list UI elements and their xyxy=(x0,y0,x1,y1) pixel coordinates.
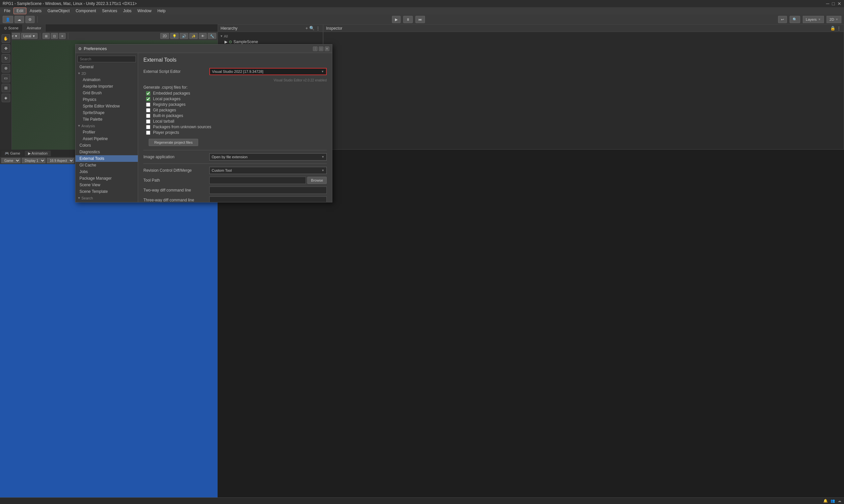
custom-tool[interactable]: ◈ xyxy=(2,94,10,102)
pause-button[interactable]: ⏸ xyxy=(403,16,413,23)
unknown-checkbox[interactable] xyxy=(146,125,150,129)
settings-button[interactable]: ⚙ xyxy=(25,16,35,23)
nav-analysis-section[interactable]: ▾ Analysis xyxy=(75,123,138,129)
search-button[interactable]: 🔍 xyxy=(790,16,800,23)
nav-diagnostics[interactable]: Diagnostics xyxy=(75,149,138,155)
player-checkbox[interactable] xyxy=(146,130,150,135)
layers-toggle[interactable]: ≡ xyxy=(59,33,66,39)
three-way-input[interactable] xyxy=(209,196,327,202)
nav-jobs[interactable]: Jobs xyxy=(75,168,138,175)
tab-animator[interactable]: Animator xyxy=(23,24,46,32)
menu-component[interactable]: Component xyxy=(73,8,98,14)
all-filter-label[interactable]: All xyxy=(224,34,228,38)
hierarchy-search-button[interactable]: 🔍 xyxy=(309,26,315,31)
inspector-more-button[interactable]: ⋮ xyxy=(837,26,841,31)
2d-mode-button[interactable]: 2D xyxy=(160,33,169,39)
hierarchy-more-button[interactable]: ⋮ xyxy=(316,26,320,31)
tab-game[interactable]: 🎮 Game xyxy=(1,151,23,156)
step-button[interactable]: ⏭ xyxy=(415,16,425,23)
minimize-button[interactable]: ─ xyxy=(826,1,829,6)
nav-general[interactable]: General xyxy=(75,64,138,70)
two-way-input[interactable] xyxy=(209,186,327,194)
lighting-button[interactable]: 💡 xyxy=(170,33,179,39)
revision-value: Custom Tool xyxy=(212,168,232,173)
hand-tool[interactable]: ✋ xyxy=(2,34,10,43)
pref-maximize-button[interactable]: □ xyxy=(319,47,323,51)
nav-physics[interactable]: Physics xyxy=(75,96,138,103)
collab-icon[interactable]: 👥 xyxy=(830,499,835,503)
layers-dropdown[interactable]: Layers ▼ xyxy=(803,16,824,23)
menu-edit[interactable]: Edit xyxy=(14,7,26,14)
local-global-dropdown[interactable]: Local ▼ xyxy=(21,33,38,39)
registry-checkbox[interactable] xyxy=(146,103,150,107)
grid-snap-button[interactable]: ⊞ xyxy=(42,33,50,39)
nav-animation[interactable]: Animation xyxy=(75,76,138,83)
transform-tool[interactable]: ⊞ xyxy=(2,84,10,92)
regenerate-button[interactable]: Regenerate project files xyxy=(149,139,198,146)
git-checkbox[interactable] xyxy=(146,108,150,112)
revision-dropdown[interactable]: Custom Tool ▼ xyxy=(209,167,327,174)
nav-spriteshape[interactable]: SpriteShape xyxy=(75,109,138,116)
play-button[interactable]: ▶ xyxy=(392,16,400,23)
nav-tile-palette[interactable]: Tile Palette xyxy=(75,116,138,123)
nav-colors[interactable]: Colors xyxy=(75,142,138,149)
hidden-objects-button[interactable]: 👁 xyxy=(199,33,207,39)
view-options-button[interactable]: ⊡ xyxy=(51,33,58,39)
inspector-lock-button[interactable]: 🔒 xyxy=(830,26,836,31)
preferences-search-input[interactable] xyxy=(77,56,136,62)
nav-scene-view[interactable]: Scene View xyxy=(75,182,138,188)
menu-help[interactable]: Help xyxy=(155,8,168,14)
nav-gi-cache[interactable]: GI Cache xyxy=(75,162,138,168)
notification-icon[interactable]: 🔔 xyxy=(823,499,828,503)
gizmos-button[interactable]: 🔧 xyxy=(208,33,216,39)
display-select[interactable]: Display 1 xyxy=(22,158,46,163)
tab-animation[interactable]: ▶ Animation xyxy=(25,151,51,156)
audio-button[interactable]: 🔊 xyxy=(180,33,188,39)
menu-window[interactable]: Window xyxy=(135,8,154,14)
nav-search-section[interactable]: ▾ Search xyxy=(75,195,138,201)
menu-services[interactable]: Services xyxy=(99,8,120,14)
game-display-select[interactable]: Game xyxy=(1,158,20,163)
nav-scene-template[interactable]: Scene Template xyxy=(75,188,138,195)
move-tool[interactable]: ✥ xyxy=(2,44,10,53)
scale-tool[interactable]: ⊕ xyxy=(2,64,10,73)
maximize-button[interactable]: □ xyxy=(832,1,835,6)
menu-file[interactable]: File xyxy=(1,8,13,14)
layers-label: Layers xyxy=(806,17,816,21)
nav-asset-pipeline[interactable]: Asset Pipeline xyxy=(75,136,138,142)
aspect-select[interactable]: 16:9 Aspect xyxy=(47,158,74,163)
nav-profiler[interactable]: Profiler xyxy=(75,129,138,136)
tool-path-input[interactable] xyxy=(209,177,306,184)
cloud-status-icon[interactable]: ☁ xyxy=(838,499,841,503)
nav-aseprite[interactable]: Aseprite Importer xyxy=(75,83,138,90)
embedded-checkbox[interactable] xyxy=(146,91,150,95)
effects-button[interactable]: ✨ xyxy=(189,33,198,39)
nav-indexing[interactable]: Indexing xyxy=(75,201,138,202)
tarball-checkbox[interactable] xyxy=(146,119,150,124)
image-app-dropdown[interactable]: Open by file extension ▼ xyxy=(209,153,327,161)
layout-dropdown[interactable]: 2D ▼ xyxy=(827,16,841,23)
nav-sprite-editor[interactable]: Sprite Editor Window xyxy=(75,103,138,109)
pref-close-button[interactable]: ✕ xyxy=(325,47,329,51)
tab-scene[interactable]: ⊙ Scene xyxy=(0,24,23,32)
browse-button[interactable]: Browse xyxy=(307,177,327,184)
nav-grid-brush[interactable]: Grid Brush xyxy=(75,90,138,96)
nav-external-tools[interactable]: External Tools xyxy=(75,155,138,162)
hierarchy-add-button[interactable]: + xyxy=(305,26,308,31)
undo-history-button[interactable]: ↩ xyxy=(778,16,787,23)
local-checkbox[interactable] xyxy=(146,97,150,101)
account-button[interactable]: 👤 xyxy=(3,16,13,23)
nav-package-manager[interactable]: Package Manager xyxy=(75,175,138,182)
pref-more-button[interactable]: ⋮ xyxy=(313,47,318,51)
script-editor-dropdown[interactable]: Visual Studio 2022 [17.9.34728] ▼ xyxy=(209,68,327,75)
menu-jobs[interactable]: Jobs xyxy=(120,8,134,14)
cloud-button[interactable]: ☁ xyxy=(15,16,24,23)
close-button[interactable]: ✕ xyxy=(838,1,841,6)
nav-2d-section[interactable]: ▾ 2D xyxy=(75,70,138,76)
rect-tool[interactable]: ▭ xyxy=(2,74,10,83)
menu-assets[interactable]: Assets xyxy=(27,8,44,14)
menu-gameobject[interactable]: GameObject xyxy=(45,8,72,14)
rotate-tool[interactable]: ↻ xyxy=(2,54,10,62)
builtin-checkbox[interactable] xyxy=(146,114,150,118)
script-editor-arrow-icon: ▼ xyxy=(321,70,324,73)
